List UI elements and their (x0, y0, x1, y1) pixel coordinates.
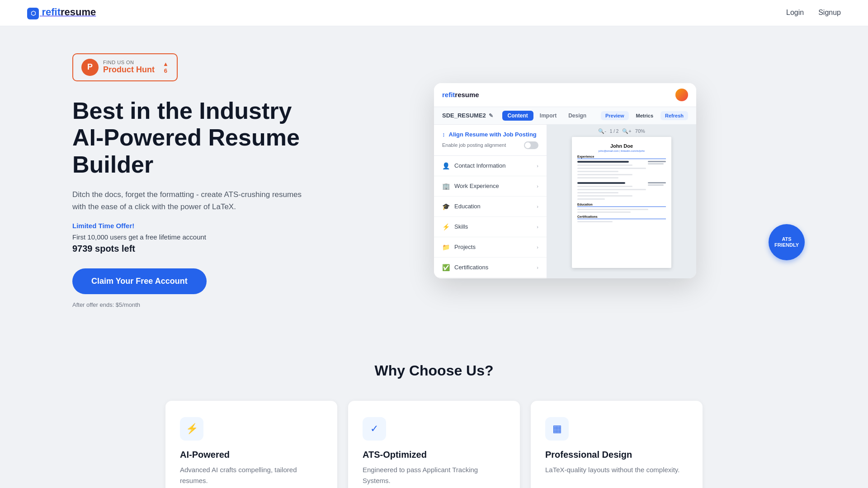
certifications-icon: ✅ (442, 264, 450, 271)
app-preview: refitresume SDE_RESUME2 ✎ Content Import… (434, 83, 696, 278)
btn-metrics[interactable]: Metrics (632, 111, 658, 120)
resume-section-certifications: Certifications (577, 215, 666, 219)
section-item-work[interactable]: 🏢 Work Experience › (434, 176, 547, 197)
align-desc: Enable job posting alignment (442, 142, 506, 148)
nav-login[interactable]: Login (786, 9, 804, 17)
certifications-label: Certifications (454, 264, 488, 271)
doc-name: SDE_RESUME2 ✎ (442, 112, 493, 119)
resume-section-education: Education (577, 203, 666, 207)
resume-name: John Doe (577, 143, 666, 149)
why-cards: ⚡ AI-Powered Advanced AI crafts compelli… (72, 401, 796, 488)
contact-icon: 👤 (442, 162, 450, 169)
btn-refresh[interactable]: Refresh (660, 111, 688, 120)
align-toggle[interactable] (524, 141, 538, 149)
align-title: Align Resume with Job Posting (449, 131, 537, 138)
education-label: Education (454, 203, 481, 210)
projects-icon: 📁 (442, 244, 450, 251)
ats-line1: ATS (782, 236, 791, 242)
section-item-left: 👤 Contact Information (442, 162, 505, 169)
navbar: ⬡ refitresume Login Signup (0, 0, 868, 26)
certifications-chevron: › (537, 265, 538, 270)
pdf-toolbar: 🔍- 1 / 2 🔍+ 70% (598, 128, 645, 134)
ats-line2: FRIENDLY (774, 242, 799, 248)
edit-icon[interactable]: ✎ (489, 113, 493, 119)
cta-button[interactable]: Claim Your Free Account (72, 268, 207, 294)
tab-content[interactable]: Content (502, 111, 533, 121)
section-item-summary[interactable]: 📝 Professional Summary › (434, 278, 547, 278)
ph-vote-count: 6 (164, 67, 167, 74)
work-icon: 🏢 (442, 183, 450, 190)
nav-logo[interactable]: ⬡ refitresume (27, 6, 96, 19)
align-resume-item: ↕ Align Resume with Job Posting Enable j… (434, 125, 547, 156)
ai-icon: ⚡ (180, 417, 203, 441)
zoom-out-icon[interactable]: 🔍- (598, 128, 606, 134)
ai-title: AI-Powered (180, 450, 323, 460)
ats-friendly-badge: ATS FRIENDLY (769, 224, 805, 260)
tab-import[interactable]: Import (534, 111, 562, 121)
section-item-contact[interactable]: 👤 Contact Information › (434, 156, 547, 176)
ph-name-label: Product Hunt (103, 65, 155, 75)
why-card-ats: ✓ ATS-Optimized Engineered to pass Appli… (348, 401, 520, 488)
resume-entry-1 (577, 161, 666, 179)
resume-contact: john@email.com | linkedin.com/in/john (577, 150, 666, 152)
hero-left: P FIND US ON Product Hunt ▲ 6 Best in th… (72, 53, 307, 309)
app-topbar: refitresume (434, 83, 696, 107)
spots-count: 9739 spots left (72, 244, 307, 254)
contact-label: Contact Information (454, 162, 505, 169)
nav-signup[interactable]: Signup (818, 9, 841, 17)
ats-icon: ✓ (363, 417, 386, 441)
resume-page: John Doe john@email.com | linkedin.com/i… (572, 137, 671, 268)
logo-icon: ⬡ (27, 8, 39, 19)
section-item-education[interactable]: 🎓 Education › (434, 197, 547, 217)
work-chevron: › (537, 183, 538, 189)
section-item-certifications[interactable]: ✅ Certifications › (434, 258, 547, 278)
logo-refit-text: refit (42, 6, 61, 18)
ats-desc: Engineered to pass Applicant Tracking Sy… (363, 465, 505, 486)
hero-subtext: Ditch the docs, forget the formatting - … (72, 188, 307, 213)
work-label: Work Experience (454, 183, 499, 189)
page-indicator: 1 / 2 (610, 129, 618, 134)
why-title: Why Choose Us? (72, 362, 796, 379)
ph-find-us-label: FIND US ON (103, 60, 155, 65)
projects-label: Projects (454, 244, 476, 250)
zoom-level: 70% (635, 128, 645, 134)
limited-offer-label: Limited Time Offer! (72, 222, 307, 230)
contact-chevron: › (537, 163, 538, 169)
product-hunt-badge[interactable]: P FIND US ON Product Hunt ▲ 6 (72, 53, 178, 81)
education-icon: 🎓 (442, 203, 450, 210)
education-chevron: › (537, 204, 538, 209)
design-icon: ▦ (545, 417, 569, 441)
app-right-panel: 🔍- 1 / 2 🔍+ 70% John Doe john@email.com … (547, 125, 696, 278)
toolbar-tabs: Content Import Design (502, 111, 592, 121)
ph-text-block: FIND US ON Product Hunt (103, 60, 155, 75)
logo-resume-text: resume (61, 6, 96, 18)
tab-design[interactable]: Design (563, 111, 592, 121)
skills-label: Skills (454, 223, 468, 230)
app-avatar (675, 89, 688, 101)
align-sub: Enable job posting alignment (442, 141, 538, 149)
align-item-header: ↕ Align Resume with Job Posting (442, 131, 538, 138)
spots-text: First 10,000 users get a free lifetime a… (72, 233, 307, 241)
app-left-panel: ↕ Align Resume with Job Posting Enable j… (434, 125, 547, 278)
toolbar-right: Preview Metrics Refresh (601, 111, 688, 120)
nav-links: Login Signup (786, 9, 841, 17)
ph-arrow: ▲ (163, 61, 169, 67)
app-logo: refitresume (442, 91, 479, 99)
resume-entry-2 (577, 182, 666, 201)
app-toolbar: SDE_RESUME2 ✎ Content Import Design Prev… (434, 107, 696, 125)
design-title: Professional Design (545, 450, 688, 460)
btn-preview[interactable]: Preview (601, 111, 629, 120)
skills-chevron: › (537, 224, 538, 230)
section-item-projects[interactable]: 📁 Projects › (434, 237, 547, 258)
ats-title: ATS-Optimized (363, 450, 505, 460)
zoom-in-icon[interactable]: 🔍+ (622, 128, 631, 134)
why-section: Why Choose Us? ⚡ AI-Powered Advanced AI … (0, 335, 868, 488)
hero-heading: Best in the Industry AI-Powered Resume B… (72, 98, 307, 178)
design-desc: LaTeX-quality layouts without the comple… (545, 465, 688, 475)
after-offer-text: After offer ends: $5/month (72, 301, 307, 308)
why-card-ai: ⚡ AI-Powered Advanced AI crafts compelli… (165, 401, 337, 488)
section-item-skills[interactable]: ⚡ Skills › (434, 217, 547, 237)
ph-icon: P (81, 59, 99, 76)
align-icon: ↕ (442, 131, 445, 138)
why-card-design: ▦ Professional Design LaTeX-quality layo… (531, 401, 703, 488)
